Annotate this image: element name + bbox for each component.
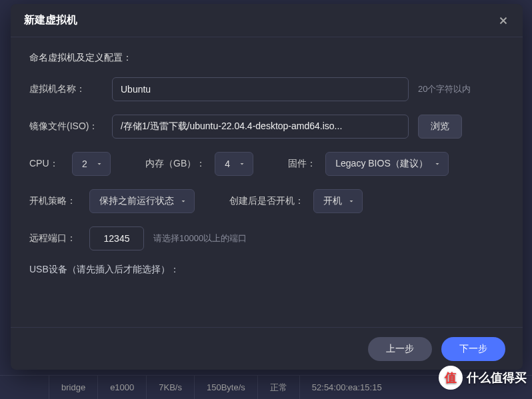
section-title: 命名虚拟机及定义配置： bbox=[29, 52, 504, 64]
cpu-select[interactable]: 2 bbox=[72, 152, 111, 176]
prev-button[interactable]: 上一步 bbox=[368, 337, 432, 361]
mem-label: 内存（GB）： bbox=[145, 158, 205, 170]
next-button[interactable]: 下一步 bbox=[441, 337, 505, 361]
vm-name-label: 虚拟机名称： bbox=[29, 83, 103, 95]
create-vm-modal: 新建虚拟机 命名虚拟机及定义配置： 虚拟机名称： 20个字符以内 镜像文件(IS… bbox=[11, 4, 523, 370]
row-port: 远程端口： 请选择10000以上的端口 bbox=[29, 226, 504, 250]
firmware-value: Legacy BIOS（建议） bbox=[335, 158, 428, 170]
row-usb: USB设备（请先插入后才能选择）： bbox=[29, 264, 504, 276]
after-create-label: 创建后是否开机： bbox=[229, 195, 304, 207]
bg-cell: 7KB/s bbox=[147, 376, 195, 400]
vm-name-hint: 20个字符以内 bbox=[418, 83, 471, 95]
cpu-value: 2 bbox=[82, 159, 87, 169]
modal-title: 新建虚拟机 bbox=[24, 13, 77, 27]
boot-policy-value: 保持之前运行状态 bbox=[99, 195, 174, 207]
mem-select[interactable]: 4 bbox=[215, 152, 253, 176]
mem-value: 4 bbox=[225, 159, 230, 169]
row-cpu-mem-fw: CPU： 2 内存（GB）： 4 固件： Legacy BIOS（建议） bbox=[29, 152, 504, 176]
watermark-text: 什么值得买 bbox=[467, 370, 527, 386]
chevron-down-icon bbox=[95, 160, 103, 168]
iso-path-input[interactable] bbox=[112, 115, 409, 139]
chevron-down-icon bbox=[347, 197, 355, 205]
row-vm-name: 虚拟机名称： 20个字符以内 bbox=[29, 77, 504, 101]
boot-policy-label: 开机策略： bbox=[29, 195, 80, 207]
bg-cell: bridge bbox=[49, 376, 98, 400]
modal-body: 命名虚拟机及定义配置： 虚拟机名称： 20个字符以内 镜像文件(ISO)： 浏览… bbox=[11, 37, 523, 327]
chevron-down-icon bbox=[238, 160, 246, 168]
port-hint: 请选择10000以上的端口 bbox=[153, 232, 247, 244]
iso-label: 镜像文件(ISO)： bbox=[29, 121, 103, 133]
after-create-value: 开机 bbox=[323, 195, 342, 207]
watermark-logo: 值 bbox=[439, 366, 463, 390]
port-label: 远程端口： bbox=[29, 232, 80, 244]
vm-name-input[interactable] bbox=[112, 77, 409, 101]
bg-cell: 150Byte/s bbox=[195, 376, 258, 400]
watermark: 值 什么值得买 bbox=[439, 366, 527, 390]
cpu-label: CPU： bbox=[29, 158, 63, 170]
close-icon[interactable] bbox=[497, 15, 509, 27]
firmware-label: 固件： bbox=[288, 158, 316, 170]
chevron-down-icon bbox=[179, 197, 187, 205]
bg-cell: 正常 bbox=[258, 376, 300, 400]
chevron-down-icon bbox=[433, 160, 441, 168]
after-create-select[interactable]: 开机 bbox=[313, 189, 363, 213]
row-iso: 镜像文件(ISO)： 浏览 bbox=[29, 115, 504, 139]
boot-policy-select[interactable]: 保持之前运行状态 bbox=[89, 189, 195, 213]
port-input[interactable] bbox=[89, 226, 144, 250]
browse-button[interactable]: 浏览 bbox=[418, 115, 462, 139]
bg-cell: e1000 bbox=[98, 376, 147, 400]
usb-label: USB设备（请先插入后才能选择）： bbox=[29, 264, 179, 276]
row-boot: 开机策略： 保持之前运行状态 创建后是否开机： 开机 bbox=[29, 189, 504, 213]
modal-header: 新建虚拟机 bbox=[11, 4, 523, 37]
firmware-select[interactable]: Legacy BIOS（建议） bbox=[325, 152, 449, 176]
modal-footer: 上一步 下一步 bbox=[11, 327, 523, 370]
